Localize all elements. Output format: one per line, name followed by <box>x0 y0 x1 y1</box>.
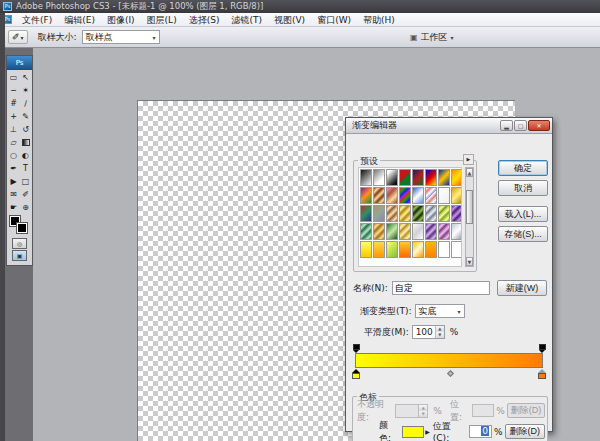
gradient-preset-swatch[interactable] <box>438 205 450 222</box>
menu-e[interactable]: 编辑(E) <box>58 13 101 27</box>
gradient-preset-swatch[interactable] <box>412 205 424 222</box>
menu-f[interactable]: 文件(F) <box>16 13 58 27</box>
opacity-stop-right[interactable] <box>538 344 546 352</box>
brush-tool[interactable]: ✎ <box>20 109 32 122</box>
pen-tool[interactable]: ✒ <box>8 161 20 174</box>
gradient-preset-swatch[interactable] <box>438 169 450 186</box>
shape-tool[interactable]: □ <box>20 174 32 187</box>
gradient-preset-swatch[interactable] <box>451 169 462 186</box>
gradient-preset-swatch[interactable] <box>360 205 372 222</box>
gradient-tool[interactable] <box>20 135 32 148</box>
tools-palette-header[interactable]: Ps <box>7 56 32 70</box>
crop-tool[interactable]: # <box>8 96 20 109</box>
name-input[interactable] <box>392 281 490 295</box>
minimize-button[interactable]: ▂ <box>500 120 513 131</box>
gradient-preset-swatch[interactable] <box>451 241 462 258</box>
gradient-preset-swatch[interactable] <box>438 241 450 258</box>
screen-mode-button[interactable]: ▣ <box>12 250 27 261</box>
cancel-button[interactable]: 取消 <box>498 180 548 196</box>
dodge-tool[interactable]: ◐ <box>20 148 32 161</box>
rectangular-marquee-tool[interactable]: ▭ <box>8 70 20 83</box>
slice-tool[interactable]: ∕ <box>20 96 32 109</box>
dialog-title-bar[interactable]: 渐变编辑器 ▂▢✕ <box>346 118 552 134</box>
blur-tool[interactable]: ○ <box>8 148 20 161</box>
gradient-preset-swatch[interactable] <box>412 223 424 240</box>
gradient-preset-swatch[interactable] <box>425 169 437 186</box>
hand-tool[interactable]: ☛ <box>8 200 20 213</box>
load-button[interactable]: 载入(L)... <box>498 206 548 222</box>
gradient-preset-swatch[interactable] <box>386 241 398 258</box>
gradient-preview-bar[interactable] <box>355 353 543 368</box>
gradient-preset-swatch[interactable] <box>386 187 398 204</box>
delete-color-stop-button[interactable]: 删除(D) <box>505 424 545 439</box>
color-stop-left[interactable] <box>351 369 360 379</box>
gradient-preset-swatch[interactable] <box>386 169 398 186</box>
gradient-preset-swatch[interactable] <box>412 241 424 258</box>
stop-color-swatch-button[interactable]: ▶ <box>402 426 430 438</box>
gradient-preset-swatch[interactable] <box>373 169 385 186</box>
zoom-tool[interactable]: ⊕ <box>20 200 32 213</box>
presets-scrollbar[interactable]: ▲ ▼ <box>465 167 474 267</box>
notes-tool[interactable]: ✉ <box>8 187 20 200</box>
menu-v[interactable]: 视图(V) <box>268 13 311 27</box>
menu-i[interactable]: 图像(I) <box>101 13 141 27</box>
eraser-tool[interactable]: ▱ <box>8 135 20 148</box>
history-brush-tool[interactable]: ↺ <box>20 122 32 135</box>
menu-w[interactable]: 窗口(W) <box>311 13 357 27</box>
scrollbar-thumb[interactable] <box>466 190 473 224</box>
path-selection-tool[interactable]: ▶ <box>8 174 20 187</box>
gradient-preset-swatch[interactable] <box>373 241 385 258</box>
ok-button[interactable]: 确定 <box>498 160 548 176</box>
gradient-preset-swatch[interactable] <box>399 223 411 240</box>
gradient-preset-swatch[interactable] <box>360 169 372 186</box>
save-button[interactable]: 存储(S)... <box>498 226 548 242</box>
maximize-button[interactable]: ▢ <box>514 120 527 131</box>
eyedropper-tool[interactable]: ✐ <box>20 187 32 200</box>
presets-flyout-button[interactable]: ▶ <box>463 154 474 165</box>
smoothness-stepper[interactable]: 100 ▲▼ <box>412 325 445 339</box>
menu-h[interactable]: 帮助(H) <box>357 13 401 27</box>
gradient-preset-swatch[interactable] <box>425 187 437 204</box>
menu-l[interactable]: 图层(L) <box>141 13 183 27</box>
gradient-preset-swatch[interactable] <box>399 241 411 258</box>
gradient-preset-swatch[interactable] <box>399 187 411 204</box>
gradient-preset-swatch[interactable] <box>451 223 462 240</box>
gradient-preset-swatch[interactable] <box>360 223 372 240</box>
gradient-preset-swatch[interactable] <box>386 205 398 222</box>
scroll-up-icon[interactable]: ▲ <box>466 168 473 177</box>
color-stop-right[interactable] <box>537 369 546 379</box>
lasso-tool[interactable]: ∽ <box>8 83 20 96</box>
menu-t[interactable]: 滤镜(T) <box>225 13 268 27</box>
gradient-preset-swatch[interactable] <box>451 187 462 204</box>
stepper-arrows-icon[interactable]: ▲▼ <box>435 326 444 338</box>
opacity-stop-left[interactable] <box>352 344 360 352</box>
menu-s[interactable]: 选择(S) <box>183 13 226 27</box>
gradient-midpoint-marker[interactable] <box>447 370 454 377</box>
close-button[interactable]: ✕ <box>528 120 550 131</box>
gradient-preset-swatch[interactable] <box>360 241 372 258</box>
magic-wand-tool[interactable]: ✶ <box>20 83 32 96</box>
healing-brush-tool[interactable]: + <box>8 109 20 122</box>
gradient-preset-swatch[interactable] <box>386 223 398 240</box>
background-color-swatch[interactable] <box>17 223 27 233</box>
gradient-preset-swatch[interactable] <box>425 223 437 240</box>
new-button[interactable]: 新建(W) <box>497 280 547 296</box>
gradient-type-select[interactable]: 实底 ▾ <box>415 304 465 318</box>
tool-preset-picker[interactable]: ✐ ▾ <box>8 30 28 44</box>
sample-size-select[interactable]: 取样点 ▾ <box>82 30 160 44</box>
scroll-down-icon[interactable]: ▼ <box>466 257 473 266</box>
gradient-preset-swatch[interactable] <box>373 187 385 204</box>
gradient-preset-swatch[interactable] <box>412 187 424 204</box>
gradient-preset-swatch[interactable] <box>399 169 411 186</box>
gradient-preset-swatch[interactable] <box>373 223 385 240</box>
gradient-preset-swatch[interactable] <box>438 223 450 240</box>
move-tool[interactable]: ↖ <box>20 70 32 83</box>
workspace-button[interactable]: ▣ 工作区 ▾ <box>405 30 459 45</box>
gradient-preset-swatch[interactable] <box>373 205 385 222</box>
gradient-preset-swatch[interactable] <box>451 205 462 222</box>
gradient-preset-swatch[interactable] <box>360 187 372 204</box>
gradient-preset-swatch[interactable] <box>399 205 411 222</box>
quick-mask-button[interactable]: ◎ <box>12 238 27 249</box>
type-tool[interactable]: T <box>20 161 32 174</box>
gradient-preset-swatch[interactable] <box>412 169 424 186</box>
